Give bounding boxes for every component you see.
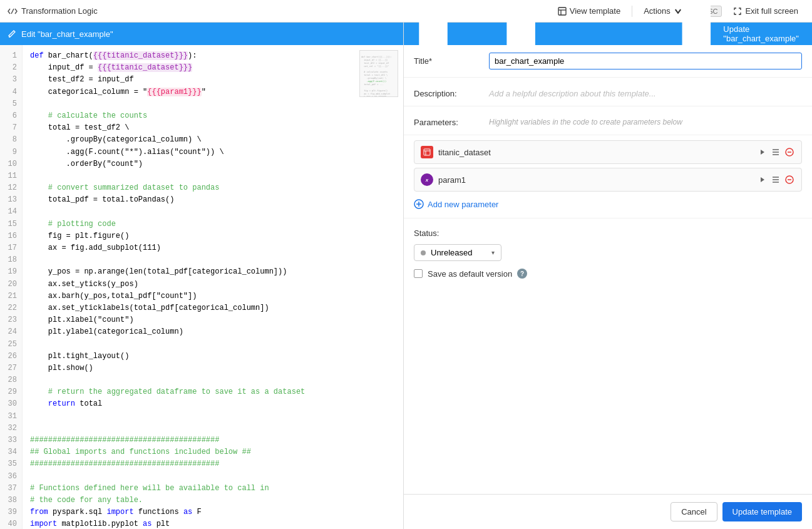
status-section: Status: Unreleased ▾ Save as default ver… — [404, 218, 812, 289]
param-remove-param1[interactable] — [784, 174, 795, 185]
code-editor[interactable]: 12345 678910 1112131415 1617181920 21222… — [0, 45, 403, 529]
param-expand-titanic[interactable] — [758, 147, 768, 157]
svg-line-0 — [11, 9, 14, 14]
parameters-hint: Highlight variables in the code to creat… — [489, 114, 802, 126]
description-label: Description: — [414, 85, 489, 98]
param-list-param1[interactable] — [770, 175, 781, 185]
main-layout: Edit "bar_chart_example" 12345 678910 11… — [0, 23, 812, 529]
right-panel: Update "bar_chart_example" Title* Descri… — [404, 23, 812, 529]
params-section: titanic_dataset — [404, 135, 812, 218]
title-label: Title* — [414, 53, 489, 66]
svg-marker-11 — [761, 150, 764, 155]
editor-wrapper: 12345 678910 1112131415 1617181920 21222… — [0, 45, 403, 529]
exit-fullscreen-button[interactable]: Exit full screen — [727, 4, 804, 18]
default-version-label: Save as default version — [428, 269, 512, 279]
title-input[interactable] — [489, 53, 802, 69]
svg-marker-17 — [761, 177, 764, 182]
status-text: Unreleased — [431, 248, 486, 257]
status-dot — [421, 250, 426, 255]
cancel-button[interactable]: Cancel — [671, 502, 717, 521]
plus-circle-icon — [414, 199, 424, 209]
default-version-row: Save as default version ? — [414, 269, 802, 279]
update-panel-header: Update "bar_chart_example" — [404, 23, 812, 45]
remove-icon — [785, 148, 794, 157]
title-value — [489, 53, 802, 69]
edit-icon — [8, 29, 16, 38]
table-param-icon — [421, 146, 433, 158]
description-row: Description: Add a helpful description a… — [404, 78, 812, 106]
description-placeholder[interactable]: Add a helpful description about this tem… — [489, 85, 802, 98]
list-icon-2 — [771, 176, 780, 183]
var-label: x — [426, 177, 428, 183]
param-expand-param1[interactable] — [758, 175, 768, 185]
code-text[interactable]: def bar_chart({{{titanic_dataset}}}): in… — [23, 45, 403, 529]
param-list-titanic[interactable] — [770, 147, 781, 157]
param-name-titanic: titanic_dataset — [438, 148, 753, 157]
app-logo: Transformation Logic — [8, 6, 98, 16]
editor-panel: Edit "bar_chart_example" 12345 678910 11… — [0, 23, 404, 529]
param-item-titanic: titanic_dataset — [414, 140, 802, 164]
param-actions-param1 — [758, 174, 795, 185]
play-icon-2 — [759, 176, 766, 183]
editor-header: Edit "bar_chart_example" — [0, 23, 403, 45]
status-dropdown[interactable]: Unreleased ▾ — [414, 244, 501, 261]
line-numbers: 12345 678910 1112131415 1617181920 21222… — [0, 45, 23, 529]
description-value: Add a helpful description about this tem… — [489, 85, 802, 98]
status-chevron-icon: ▾ — [491, 249, 495, 256]
add-param-button[interactable]: Add new parameter — [414, 195, 498, 213]
update-template-button[interactable]: Update template — [722, 502, 802, 521]
status-label: Status: — [414, 229, 802, 238]
param-actions-titanic — [758, 146, 795, 158]
param-name-param1: param1 — [438, 175, 753, 185]
app-title: Transformation Logic — [21, 6, 98, 16]
parameters-hint-text: Highlight variables in the code to creat… — [489, 114, 802, 126]
form-area: Title* Description: Add a helpful descri… — [404, 45, 812, 494]
param-item-param1: x param1 — [414, 168, 802, 192]
table-icon — [423, 148, 431, 156]
code-icon — [8, 6, 18, 16]
panel-footer: Cancel Update template — [404, 494, 812, 529]
title-row: Title* — [404, 45, 812, 78]
param-remove-titanic[interactable] — [784, 146, 795, 158]
parameters-label: Parameters: — [414, 114, 489, 127]
exit-fullscreen-icon — [733, 7, 742, 16]
play-icon — [759, 148, 766, 156]
parameters-row: Parameters: Highlight variables in the c… — [404, 106, 812, 135]
remove-icon-2 — [785, 175, 794, 184]
svg-rect-8 — [424, 149, 430, 155]
var-param-icon: x — [421, 173, 433, 186]
help-icon[interactable]: ? — [517, 269, 527, 279]
default-version-checkbox[interactable] — [414, 269, 423, 278]
list-icon — [771, 148, 780, 156]
